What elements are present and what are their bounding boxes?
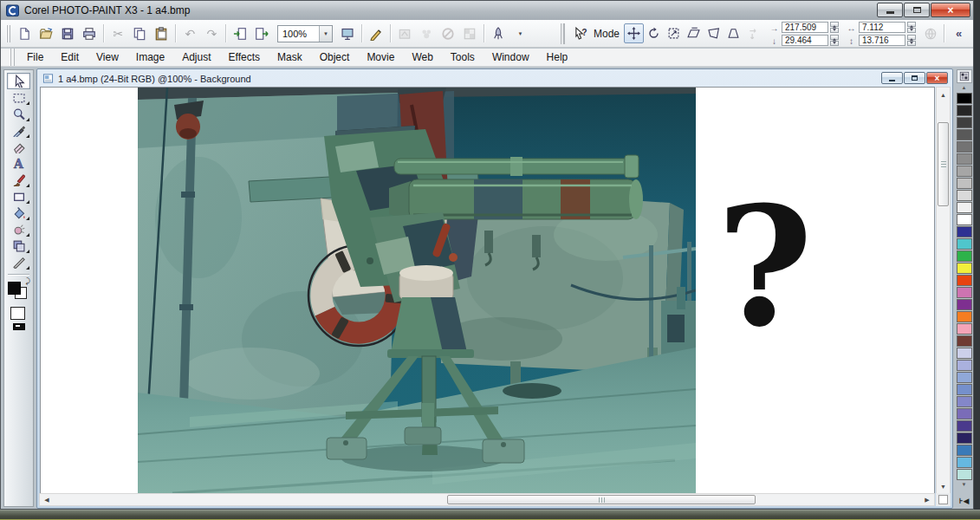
palette-swatch[interactable] [957, 445, 972, 456]
text-tool[interactable]: A [7, 155, 30, 172]
spinner[interactable] [830, 35, 839, 46]
palette-swatch[interactable] [957, 348, 972, 359]
palette-swatch[interactable] [957, 287, 972, 298]
pen-settings-button[interactable] [366, 23, 387, 44]
image-slicing-tool[interactable] [7, 254, 30, 270]
scroll-right-icon[interactable]: ▶ [920, 494, 934, 505]
copy-button[interactable] [129, 23, 151, 44]
fill-tool[interactable] [7, 205, 30, 221]
paint-tool[interactable] [7, 172, 30, 188]
height-field[interactable] [859, 35, 905, 46]
menu-item-adjust[interactable]: Adjust [173, 49, 219, 66]
menu-item-mask[interactable]: Mask [269, 49, 311, 66]
palette-swatch[interactable] [957, 469, 972, 480]
minimize-button[interactable] [877, 3, 903, 17]
palette-swatch[interactable] [957, 93, 972, 104]
object-transparency-tool[interactable] [7, 237, 30, 254]
position-mode-button[interactable] [624, 23, 644, 43]
menu-item-view[interactable]: View [88, 49, 127, 66]
palette-options-button[interactable] [957, 69, 972, 83]
palette-swatch[interactable] [957, 141, 972, 153]
palette-swatch[interactable] [957, 190, 972, 201]
document-restore-button[interactable] [904, 72, 925, 84]
palette-scroll-up-icon[interactable]: ▲ [957, 84, 972, 92]
vertical-scrollbar[interactable]: ▲ ▼ [936, 87, 951, 494]
foreground-color-swatch[interactable] [8, 282, 21, 295]
palette-swatch[interactable] [957, 420, 972, 432]
palette-swatch[interactable] [957, 360, 972, 371]
distort-mode-button[interactable] [704, 23, 724, 43]
document-close-button[interactable]: × [926, 72, 948, 84]
whats-this-help-button[interactable]: ? [570, 23, 592, 44]
chevron-down-icon[interactable]: ▼ [319, 26, 332, 42]
palette-swatch[interactable] [957, 263, 972, 274]
document-title-bar[interactable]: 1 a4.bmp (24-Bit RGB) @100% - Background… [39, 70, 951, 87]
palette-swatch[interactable] [957, 408, 972, 419]
palette-swatch[interactable] [957, 323, 972, 335]
import-button[interactable] [230, 23, 251, 44]
palette-swatch[interactable] [957, 178, 972, 189]
palette-swatch[interactable] [957, 311, 972, 322]
object-pick-tool[interactable] [7, 73, 30, 89]
scroll-up-icon[interactable]: ▲ [937, 88, 950, 101]
menu-item-window[interactable]: Window [484, 49, 538, 66]
menu-item-edit[interactable]: Edit [52, 49, 88, 66]
palette-swatch[interactable] [957, 117, 972, 128]
spinner[interactable] [830, 22, 839, 33]
rectangle-tool[interactable] [7, 188, 30, 205]
mask-tool[interactable] [7, 89, 30, 106]
scroll-left-icon[interactable]: ◀ [40, 494, 54, 505]
resize-grip[interactable] [936, 493, 951, 506]
palette-scroll-down-icon[interactable]: ▼ [957, 481, 972, 489]
scroll-down-icon[interactable]: ▼ [937, 479, 950, 493]
palette-swatch[interactable] [957, 432, 972, 444]
close-button[interactable]: × [931, 3, 970, 17]
palette-expand-button[interactable]: ⊦◀ [954, 497, 974, 505]
zoom-tool[interactable] [7, 106, 30, 122]
zoom-level-combobox[interactable]: 100%▼ [277, 25, 333, 42]
menubar-drag-handle[interactable] [10, 49, 15, 66]
spinner[interactable] [907, 22, 916, 33]
palette-swatch[interactable] [957, 275, 972, 286]
paste-button[interactable] [151, 23, 172, 44]
maximize-button[interactable] [904, 3, 930, 17]
palette-swatch[interactable] [957, 384, 972, 395]
palette-swatch[interactable] [957, 335, 972, 347]
new-button[interactable] [14, 23, 36, 44]
horizontal-scrollbar[interactable]: ◀ ▶ [39, 493, 935, 506]
rollup-button[interactable]: « [948, 23, 970, 44]
open-button[interactable] [36, 23, 57, 44]
swap-colors-icon[interactable]: ⤸ [26, 276, 30, 286]
toolbar-drag-handle[interactable] [6, 25, 10, 42]
palette-swatch[interactable] [957, 153, 972, 165]
palette-swatch[interactable] [957, 202, 972, 213]
palette-swatch[interactable] [957, 214, 972, 225]
menu-item-image[interactable]: Image [127, 49, 173, 66]
menu-item-movie[interactable]: Movie [358, 49, 403, 66]
menu-item-file[interactable]: File [18, 49, 52, 66]
palette-swatch[interactable] [957, 299, 972, 310]
palette-swatch[interactable] [957, 250, 972, 262]
print-button[interactable] [79, 23, 101, 44]
palette-swatch[interactable] [957, 129, 972, 140]
document-minimize-button[interactable] [881, 72, 903, 84]
horizontal-scrollbar-thumb[interactable] [447, 495, 756, 504]
transparency-swatch[interactable] [13, 323, 25, 330]
fill-color-swatch[interactable] [10, 307, 25, 320]
palette-swatch[interactable] [957, 226, 972, 237]
menu-item-effects[interactable]: Effects [220, 49, 269, 66]
width-field[interactable] [859, 22, 905, 33]
export-button[interactable] [251, 23, 273, 44]
fullscreen-preview-button[interactable] [337, 23, 359, 44]
title-bar[interactable]: Corel PHOTO-PAINT X3 - 1 a4.bmp × [1, 1, 973, 20]
palette-swatch[interactable] [957, 105, 972, 116]
palette-swatch[interactable] [957, 238, 972, 250]
scale-mode-button[interactable] [664, 23, 684, 43]
skew-mode-button[interactable] [684, 23, 704, 43]
rotate-mode-button[interactable] [644, 23, 664, 43]
app-launcher-button[interactable] [488, 23, 509, 44]
palette-swatch[interactable] [957, 372, 972, 383]
palette-swatch[interactable] [957, 396, 972, 407]
menu-item-help[interactable]: Help [538, 49, 577, 66]
eyedropper-tool[interactable] [7, 122, 30, 139]
